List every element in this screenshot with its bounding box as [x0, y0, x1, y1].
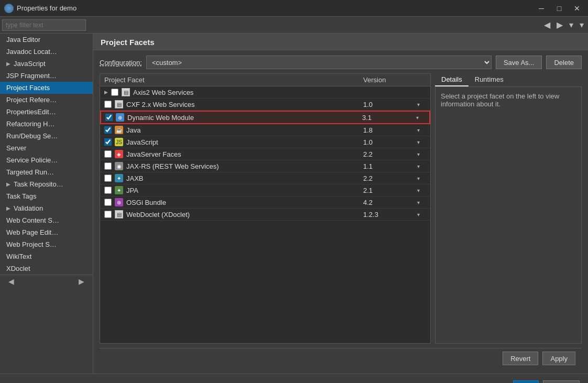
facet-row[interactable]: ⊛ OSGi Bundle 4.2 ▾ — [100, 196, 430, 209]
facet-checkbox[interactable] — [104, 126, 112, 134]
revert-button[interactable]: Revert — [503, 352, 538, 365]
facet-icon-rest: ◉ — [115, 162, 123, 170]
filter-toolbar: ◀ ▶ ▾ ▾ — [0, 17, 588, 34]
sidebar-item-task-repository[interactable]: ▶ Task Reposito… — [0, 178, 93, 190]
facet-row[interactable]: ▤ WebDoclet (XDoclet) 1.2.3 ▾ — [100, 209, 430, 221]
facet-checkbox[interactable] — [104, 162, 112, 170]
maximize-button[interactable]: □ — [552, 3, 566, 14]
sidebar: Java Editor Javadoc Locat… ▶ JavaScript … — [0, 34, 93, 374]
version-dropdown-btn[interactable]: ▾ — [410, 127, 426, 133]
version-dropdown-btn[interactable]: ▾ — [410, 163, 426, 169]
sidebar-item-project-references[interactable]: Project Refere… — [0, 94, 93, 106]
version-dropdown-btn[interactable]: ▾ — [409, 115, 425, 121]
facet-name-cell: ✦ JPA — [104, 186, 363, 194]
facet-row[interactable]: ✦ JAXB 2.2 ▾ — [100, 172, 430, 184]
facet-icon-osgi: ⊛ — [115, 198, 123, 206]
sidebar-item-run-debug[interactable]: Run/Debug Se… — [0, 130, 93, 142]
facet-checkbox[interactable] — [105, 114, 113, 121]
sidebar-item-java-editor[interactable]: Java Editor — [0, 34, 93, 46]
version-dropdown-btn[interactable]: ▾ — [410, 200, 426, 205]
cancel-button[interactable]: Cancel — [543, 380, 580, 384]
footer-buttons: OK Cancel — [513, 380, 580, 384]
sidebar-item-validation[interactable]: ▶ Validation — [0, 202, 93, 214]
delete-button[interactable]: Delete — [546, 56, 582, 69]
facet-icon-jaxb: ✦ — [115, 174, 123, 182]
sidebar-item-web-project[interactable]: Web Project S… — [0, 238, 93, 250]
sidebar-scroll-controls: ◀ ▶ — [0, 275, 93, 288]
version-dropdown-btn[interactable]: ▾ — [410, 188, 426, 193]
details-tabs: Details Runtimes — [435, 73, 582, 87]
version-cell: 2.1 — [363, 187, 410, 194]
sidebar-item-xdoclet[interactable]: XDoclet — [0, 262, 93, 275]
sidebar-item-javadoc[interactable]: Javadoc Locat… — [0, 46, 93, 58]
facet-row[interactable]: ◉ JAX-RS (REST Web Services) 1.1 ▾ — [100, 160, 430, 172]
forward-button[interactable]: ▶ — [554, 19, 565, 31]
facet-row[interactable]: ✦ JPA 2.1 ▾ — [100, 184, 430, 196]
sidebar-item-web-page-editor[interactable]: Web Page Edit… — [0, 226, 93, 238]
scroll-left-icon[interactable]: ◀ — [4, 276, 18, 287]
menu-button[interactable]: ▾ — [578, 19, 586, 31]
sidebar-item-server[interactable]: Server — [0, 142, 93, 154]
facet-checkbox[interactable] — [104, 199, 112, 206]
sidebar-item-wikitext[interactable]: WikiText — [0, 250, 93, 262]
sidebar-item-refactoring[interactable]: Refactoring H… — [0, 118, 93, 130]
facet-icon-faces: ◈ — [115, 150, 123, 158]
close-button[interactable]: ✕ — [570, 3, 584, 14]
facet-row[interactable]: ▤ CXF 2.x Web Services 1.0 ▾ — [100, 99, 430, 111]
facet-row[interactable]: JS JavaScript 1.0 ▾ — [100, 136, 430, 148]
apply-button[interactable]: Apply — [542, 352, 575, 365]
scroll-right-icon[interactable]: ▶ — [74, 276, 89, 287]
version-cell: 1.0 — [363, 101, 410, 108]
facet-row[interactable]: ▶ ▤ Axis2 Web Services — [100, 86, 430, 99]
facet-row[interactable]: ☕ Java 1.8 ▾ — [100, 124, 430, 136]
facet-checkbox[interactable] — [104, 138, 112, 146]
tab-runtimes[interactable]: Runtimes — [469, 73, 510, 86]
facet-checkbox[interactable] — [104, 150, 112, 158]
facet-name-cell: JS JavaScript — [104, 138, 363, 146]
facet-checkbox[interactable] — [104, 101, 112, 108]
dropdown-button[interactable]: ▾ — [567, 19, 575, 31]
version-dropdown-btn[interactable]: ▾ — [410, 139, 426, 145]
version-dropdown-btn[interactable]: ▾ — [410, 151, 426, 157]
page-title: Project Facets — [101, 38, 155, 47]
sidebar-item-jsp[interactable]: JSP Fragment… — [0, 70, 93, 82]
back-button[interactable]: ◀ — [542, 19, 552, 31]
sidebar-item-properties-editor[interactable]: PropertiesEdit… — [0, 106, 93, 118]
facet-icon-page: ▤ — [115, 100, 123, 108]
sidebar-item-targeted-runtimes[interactable]: Targeted Run… — [0, 166, 93, 178]
sidebar-item-service-policies[interactable]: Service Policie… — [0, 154, 93, 166]
version-dropdown-btn[interactable]: ▾ — [410, 102, 426, 107]
facet-row-dynamic-web[interactable]: ⊕ Dynamic Web Module 3.1 ▾ — [100, 111, 430, 124]
facet-icon-java: ☕ — [115, 126, 123, 134]
window-title: Properties for demo — [17, 4, 535, 12]
version-cell: 1.2.3 — [363, 211, 410, 218]
version-dropdown-btn[interactable]: ▾ — [410, 212, 426, 217]
version-dropdown-btn[interactable]: ▾ — [410, 176, 426, 181]
version-cell: 2.2 — [363, 150, 410, 158]
main-layout: Java Editor Javadoc Locat… ▶ JavaScript … — [0, 34, 588, 374]
tab-details[interactable]: Details — [435, 73, 469, 86]
configuration-select[interactable]: <custom> — [146, 56, 492, 69]
app-icon — [4, 4, 14, 13]
arrow-icon: ▶ — [6, 61, 10, 67]
sidebar-item-javascript[interactable]: ▶ JavaScript — [0, 58, 93, 70]
revert-apply-bar: Revert Apply — [100, 348, 582, 368]
sidebar-item-project-facets[interactable]: Project Facets — [0, 82, 93, 94]
version-cell: 3.1 — [362, 114, 409, 122]
minimize-button[interactable]: ─ — [535, 3, 548, 14]
facet-icon-js: JS — [115, 138, 123, 146]
page-content: Configuration: <custom> Save As... Delet… — [93, 50, 588, 374]
facet-row[interactable]: ◈ JavaServer Faces 2.2 ▾ — [100, 148, 430, 160]
filter-input[interactable] — [2, 19, 86, 31]
sidebar-item-task-tags[interactable]: Task Tags — [0, 190, 93, 202]
page-header: Project Facets — [93, 34, 588, 50]
sidebar-item-web-content[interactable]: Web Content S… — [0, 214, 93, 226]
save-as-button[interactable]: Save As... — [496, 56, 542, 69]
facet-checkbox[interactable] — [111, 89, 118, 96]
facet-checkbox[interactable] — [104, 174, 112, 182]
facet-icon-web: ⊕ — [116, 113, 124, 122]
facet-checkbox[interactable] — [104, 187, 112, 194]
ok-button[interactable]: OK — [513, 380, 539, 384]
facet-checkbox[interactable] — [104, 211, 112, 218]
facet-icon-doc: ▤ — [115, 210, 123, 218]
